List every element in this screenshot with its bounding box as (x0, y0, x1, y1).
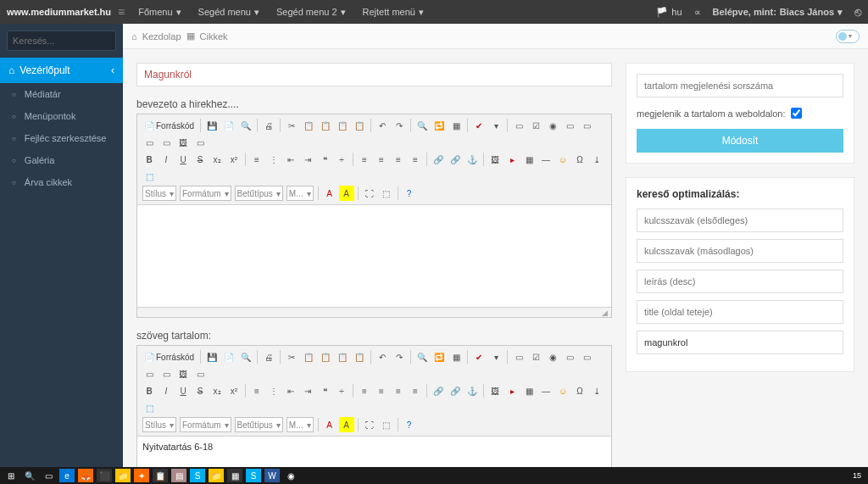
unlink-icon[interactable]: 🔗 (448, 383, 463, 398)
preview-icon[interactable]: 🔍 (238, 118, 253, 133)
subscript-icon[interactable]: x₂ (209, 383, 225, 398)
breadcrumb-page[interactable]: Cikkek (200, 31, 228, 42)
order-input[interactable] (637, 74, 843, 97)
bold-icon[interactable]: B (142, 152, 157, 167)
breadcrumb-home[interactable]: Kezdolap (142, 31, 181, 42)
image-icon[interactable]: 🖼 (487, 383, 503, 398)
align-right-icon[interactable]: ≡ (391, 383, 406, 398)
sidebar-item-menupontok[interactable]: Menüpontok (0, 105, 123, 127)
find-icon[interactable]: 🔍 (415, 118, 430, 133)
selectall-icon[interactable]: ▦ (448, 118, 464, 133)
user-menu[interactable]: Belépve, mint: Biacs János ▾ (713, 7, 843, 18)
undo-icon[interactable]: ↶ (375, 118, 390, 133)
rte-intro-resize[interactable]: ◢ (137, 307, 611, 317)
pagebreak-icon[interactable]: ⤓ (589, 152, 604, 167)
source-button[interactable]: 📄Forráskód (141, 120, 198, 132)
seo-kw2[interactable] (637, 239, 843, 263)
sidebar-item-mediatar[interactable]: Médiatár (0, 83, 123, 105)
table-icon[interactable]: ▦ (521, 383, 537, 398)
seo-kw1[interactable] (637, 209, 843, 232)
numlist-icon[interactable]: ≡ (249, 383, 264, 398)
newpage-icon[interactable]: 📄 (221, 349, 236, 364)
style-select[interactable]: Stílus ▾ (142, 417, 176, 432)
radio-icon[interactable]: ◉ (545, 349, 560, 364)
align-center-icon[interactable]: ≡ (374, 152, 389, 167)
link-icon[interactable]: 🔗 (431, 383, 446, 398)
strike-icon[interactable]: S (192, 383, 208, 398)
textcolor-icon[interactable]: A (322, 417, 337, 432)
button-icon[interactable]: ▭ (159, 135, 174, 150)
menu-seged2[interactable]: Segéd menu 2▾ (276, 7, 346, 18)
replace-icon[interactable]: 🔁 (431, 349, 447, 364)
maximize-icon[interactable]: ⛶ (362, 417, 377, 432)
justify-icon[interactable]: ≡ (408, 152, 423, 167)
fonttype-select[interactable]: Betűtípus ▾ (235, 417, 283, 432)
specialchar-icon[interactable]: Ω (572, 152, 587, 167)
hamburger-icon[interactable]: ≡ (118, 5, 125, 19)
select-icon[interactable]: ▭ (142, 366, 157, 381)
menu-fomenu[interactable]: Főmenu▾ (138, 7, 181, 18)
outdent-icon[interactable]: ⇤ (283, 383, 298, 398)
strike-icon[interactable]: S (192, 152, 208, 167)
lang-selector[interactable]: 🏳️ hu (656, 7, 682, 18)
bgcolor-icon[interactable]: A (339, 186, 354, 201)
modify-button[interactable]: Módosít (637, 129, 843, 153)
unlink-icon[interactable]: 🔗 (448, 152, 463, 167)
share-icon[interactable]: ∝ (694, 7, 701, 18)
app5-icon[interactable]: ▦ (227, 469, 242, 482)
italic-icon[interactable]: I (159, 152, 174, 167)
source-button[interactable]: 📄Forráskód (141, 351, 198, 364)
bullist-icon[interactable]: ⋮ (266, 383, 281, 398)
copy-icon[interactable]: 📋 (301, 118, 316, 133)
skype2-icon[interactable]: S (246, 469, 261, 482)
superscript-icon[interactable]: x² (226, 383, 242, 398)
skype-icon[interactable]: S (190, 469, 205, 482)
align-center-icon[interactable]: ≡ (374, 383, 389, 398)
outdent-icon[interactable]: ⇤ (283, 152, 298, 167)
div-icon[interactable]: ÷ (334, 152, 349, 167)
redo-icon[interactable]: ↷ (392, 349, 407, 364)
print-icon[interactable]: 🖨 (261, 118, 276, 133)
iframe-icon[interactable]: ⬚ (142, 169, 157, 184)
showblocks-icon[interactable]: ⬚ (379, 186, 394, 201)
indent-icon[interactable]: ⇥ (300, 383, 315, 398)
bgcolor-icon[interactable]: A (339, 417, 354, 432)
app3-icon[interactable]: ▤ (171, 469, 186, 482)
selectall-icon[interactable]: ▦ (448, 349, 464, 364)
taskview-icon[interactable]: ▭ (41, 469, 56, 482)
view-toggle[interactable]: ▾ (836, 30, 860, 43)
cut-icon[interactable]: ✂ (284, 118, 299, 133)
rte-intro-body[interactable] (137, 205, 611, 307)
textfield-icon[interactable]: ▭ (562, 349, 577, 364)
sidebar-item-dashboard[interactable]: ⌂Vezérlőpult ‹ (0, 58, 123, 83)
form-icon[interactable]: ▭ (511, 118, 526, 133)
search-icon[interactable]: 🔍 (22, 469, 37, 482)
div-icon[interactable]: ÷ (334, 383, 349, 398)
paste-word-icon[interactable]: 📋 (352, 349, 367, 364)
sidebar-item-galeria[interactable]: Galéria (0, 149, 123, 171)
spellcheck-icon[interactable]: ✔ (471, 349, 487, 364)
print-icon[interactable]: 🖨 (261, 349, 276, 364)
textcolor-icon[interactable]: A (322, 186, 337, 201)
seo-title-field[interactable] (637, 300, 843, 324)
app-icon[interactable]: ⬛ (97, 469, 112, 482)
edge-icon[interactable]: e (59, 469, 75, 482)
app2-icon[interactable]: ✦ (134, 469, 149, 482)
button-icon[interactable]: ▭ (159, 366, 174, 381)
paste-word-icon[interactable]: 📋 (352, 118, 367, 133)
numlist-icon[interactable]: ≡ (249, 152, 264, 167)
checkbox-icon[interactable]: ☑ (528, 118, 543, 133)
anchor-icon[interactable]: ⚓ (465, 152, 480, 167)
smiley-icon[interactable]: ☺ (555, 383, 570, 398)
align-right-icon[interactable]: ≡ (391, 152, 406, 167)
style-select[interactable]: Stílus ▾ (142, 186, 176, 201)
replace-icon[interactable]: 🔁 (431, 118, 447, 133)
justify-icon[interactable]: ≡ (408, 383, 423, 398)
quote-icon[interactable]: ❝ (317, 383, 332, 398)
save-icon[interactable]: 💾 (204, 118, 220, 133)
bold-icon[interactable]: B (142, 383, 157, 398)
sidebar-item-fejlec[interactable]: Fejléc szerkesztése (0, 127, 123, 149)
paste-icon[interactable]: 📋 (318, 349, 333, 364)
sidebar-search-input[interactable] (13, 36, 130, 46)
seo-slug[interactable] (637, 331, 843, 354)
